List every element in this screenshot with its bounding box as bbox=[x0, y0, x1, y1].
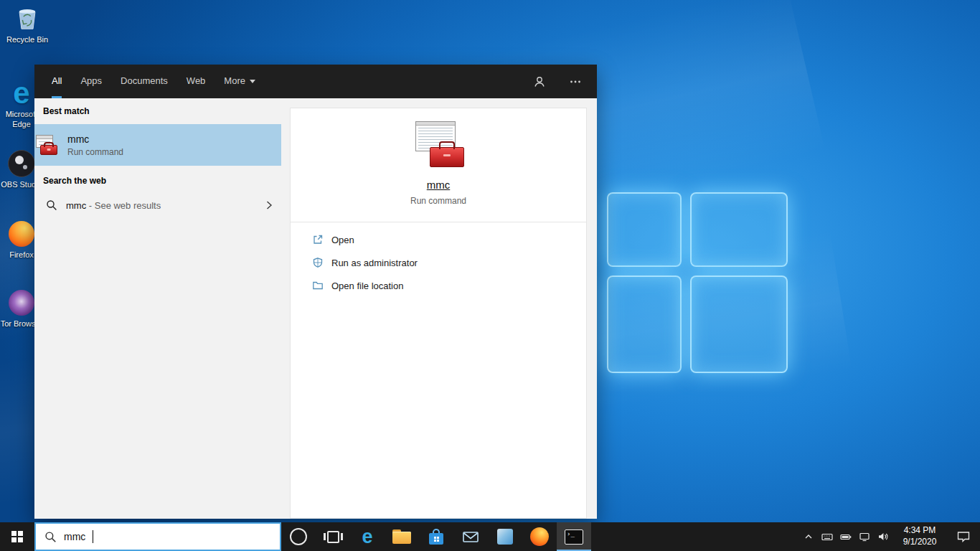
taskbar: mmc bbox=[0, 522, 980, 551]
clock-date: 9/1/2020 bbox=[903, 537, 937, 548]
tab-all[interactable]: All bbox=[52, 65, 62, 98]
command-prompt-icon bbox=[565, 529, 583, 545]
edge-icon bbox=[362, 527, 372, 547]
clock-time: 4:34 PM bbox=[904, 525, 936, 537]
touch-keyboard-button[interactable] bbox=[818, 522, 837, 551]
result-preview-pane: mmc Run command Open Run as administrato… bbox=[290, 108, 587, 519]
store-icon bbox=[428, 529, 444, 545]
volume-icon bbox=[877, 532, 889, 542]
windows-start-icon bbox=[11, 531, 23, 542]
mmc-toolbox-icon-large bbox=[411, 121, 466, 167]
task-view-icon bbox=[324, 531, 343, 543]
tab-label: Apps bbox=[80, 75, 102, 86]
mail-icon bbox=[462, 529, 479, 544]
folder-location-icon bbox=[312, 280, 324, 291]
action-center-button[interactable] bbox=[947, 522, 980, 551]
best-match-header: Best match bbox=[43, 106, 90, 116]
cortana-icon bbox=[290, 528, 307, 545]
text-caret bbox=[93, 530, 93, 543]
search-web-header: Search the web bbox=[43, 176, 106, 186]
options-button[interactable] bbox=[567, 73, 584, 90]
action-label: Run as administrator bbox=[331, 258, 418, 268]
result-subtitle: Run command bbox=[67, 147, 123, 157]
taskbar-file-explorer-button[interactable] bbox=[385, 522, 419, 551]
logo-pane bbox=[607, 192, 682, 267]
web-result-mmc[interactable]: mmc - See web results bbox=[34, 191, 281, 220]
search-icon bbox=[46, 199, 57, 211]
tab-label: Documents bbox=[121, 75, 168, 86]
best-match-result-mmc[interactable]: mmc Run command bbox=[34, 124, 281, 166]
firefox-icon bbox=[530, 527, 549, 546]
tab-web[interactable]: Web bbox=[187, 65, 206, 98]
action-run-as-administrator[interactable]: Run as administrator bbox=[291, 251, 586, 274]
tab-apps[interactable]: Apps bbox=[80, 65, 102, 98]
taskbar-command-prompt-button[interactable] bbox=[557, 522, 591, 551]
search-icon bbox=[44, 531, 57, 543]
taskbar-store-button[interactable] bbox=[419, 522, 453, 551]
chevron-up-icon bbox=[804, 532, 814, 542]
admin-shield-icon bbox=[312, 257, 324, 268]
action-open[interactable]: Open bbox=[291, 228, 586, 251]
tab-label: All bbox=[52, 75, 62, 86]
battery-icon bbox=[840, 532, 852, 542]
search-filter-bar: All Apps Documents Web More bbox=[34, 65, 597, 98]
action-open-file-location[interactable]: Open file location bbox=[291, 274, 586, 297]
tab-documents[interactable]: Documents bbox=[121, 65, 168, 98]
windows-wallpaper-logo bbox=[607, 192, 788, 373]
recycle-bin-icon bbox=[1, 4, 53, 33]
action-label: Open bbox=[331, 235, 354, 245]
chevron-down-icon bbox=[250, 80, 255, 83]
action-label: Open file location bbox=[331, 281, 403, 291]
network-status-button[interactable] bbox=[855, 522, 874, 551]
volume-button[interactable] bbox=[874, 522, 892, 551]
logo-pane bbox=[690, 192, 788, 267]
action-center-icon bbox=[956, 530, 971, 543]
user-icon bbox=[533, 75, 546, 88]
taskbar-clock[interactable]: 4:34 PM 9/1/2020 bbox=[892, 522, 947, 551]
tab-label: More bbox=[224, 75, 245, 86]
logo-pane bbox=[690, 276, 788, 373]
taskbar-mail-button[interactable] bbox=[453, 522, 488, 551]
desktop: Recycle Bin Microsoft Edge OBS Studio Fi… bbox=[0, 0, 980, 551]
web-suffix: - See web results bbox=[86, 200, 161, 211]
system-tray: 4:34 PM 9/1/2020 bbox=[799, 522, 980, 551]
file-explorer-icon bbox=[392, 529, 411, 544]
preview-title: mmc bbox=[291, 179, 586, 191]
network-icon bbox=[859, 532, 870, 542]
search-flyout: All Apps Documents Web More bbox=[34, 65, 597, 519]
cortana-button[interactable] bbox=[281, 522, 316, 551]
battery-status-button[interactable] bbox=[837, 522, 855, 551]
task-view-button[interactable] bbox=[316, 522, 350, 551]
logo-pane bbox=[607, 276, 682, 373]
taskbar-edge-button[interactable] bbox=[350, 522, 385, 551]
keyboard-icon bbox=[821, 532, 833, 542]
preview-subtitle: Run command bbox=[291, 196, 586, 206]
desktop-icon-label: Recycle Bin bbox=[1, 35, 53, 45]
user-account-button[interactable] bbox=[531, 73, 548, 90]
chevron-right-icon bbox=[264, 200, 274, 210]
preview-divider bbox=[291, 222, 586, 222]
mmc-toolbox-icon bbox=[34, 135, 57, 155]
search-input-value: mmc bbox=[64, 531, 85, 542]
tab-more[interactable]: More bbox=[224, 65, 255, 98]
web-query: mmc bbox=[66, 200, 86, 211]
open-icon bbox=[312, 234, 324, 245]
start-button[interactable] bbox=[0, 522, 34, 551]
taskbar-pinned-app-button[interactable] bbox=[488, 522, 522, 551]
desktop-icon-recycle-bin[interactable]: Recycle Bin bbox=[1, 4, 53, 45]
tab-label: Web bbox=[187, 75, 206, 86]
ellipsis-icon bbox=[569, 75, 582, 88]
show-hidden-icons-button[interactable] bbox=[799, 522, 818, 551]
taskbar-search-input[interactable]: mmc bbox=[34, 522, 281, 551]
expand-web-result-button[interactable] bbox=[264, 200, 274, 210]
pinned-app-icon bbox=[497, 529, 513, 545]
result-title: mmc bbox=[67, 133, 123, 145]
taskbar-firefox-button[interactable] bbox=[522, 522, 557, 551]
search-results-column: Best match mmc Run command Search the we… bbox=[34, 98, 281, 519]
